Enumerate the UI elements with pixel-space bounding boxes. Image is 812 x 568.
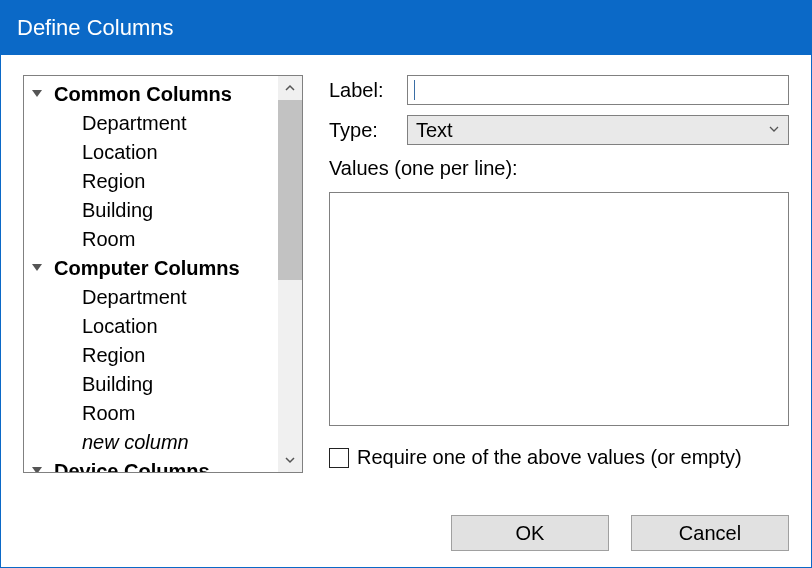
tree-item[interactable]: Room xyxy=(24,225,278,254)
scrollbar-track[interactable] xyxy=(278,76,302,472)
disclosure-triangle-icon[interactable] xyxy=(30,260,48,278)
require-row[interactable]: Require one of the above values (or empt… xyxy=(329,446,789,469)
main-row: Common ColumnsDepartmentLocationRegionBu… xyxy=(23,75,789,497)
tree-group-label: Device Columns xyxy=(54,458,210,473)
require-label: Require one of the above values (or empt… xyxy=(357,446,742,469)
dialog-body: Common ColumnsDepartmentLocationRegionBu… xyxy=(1,55,811,567)
scroll-up-icon[interactable] xyxy=(278,76,302,100)
tree-item[interactable]: Building xyxy=(24,196,278,225)
form-column: Label: Type: Text Values (one xyxy=(329,75,789,497)
disclosure-triangle-icon[interactable] xyxy=(30,463,48,474)
tree-group-label: Computer Columns xyxy=(54,255,240,282)
define-columns-dialog: Define Columns Common ColumnsDepartmentL… xyxy=(0,0,812,568)
titlebar: Define Columns xyxy=(1,1,811,55)
label-row: Label: xyxy=(329,75,789,105)
tree-item[interactable]: Room xyxy=(24,399,278,428)
tree-item[interactable]: new column xyxy=(24,428,278,457)
label-input[interactable] xyxy=(407,75,789,105)
disclosure-triangle-icon[interactable] xyxy=(30,86,48,104)
columns-tree[interactable]: Common ColumnsDepartmentLocationRegionBu… xyxy=(23,75,303,473)
tree-item[interactable]: Region xyxy=(24,341,278,370)
values-textarea[interactable] xyxy=(329,192,789,426)
chevron-down-icon xyxy=(768,123,780,138)
tree-item[interactable]: Region xyxy=(24,167,278,196)
type-field-label: Type: xyxy=(329,119,399,142)
scrollbar-thumb[interactable] xyxy=(278,100,302,280)
require-checkbox[interactable] xyxy=(329,448,349,468)
ok-button[interactable]: OK xyxy=(451,515,609,551)
values-label: Values (one per line): xyxy=(329,157,789,180)
tree-group-label: Common Columns xyxy=(54,81,232,108)
button-row: OK Cancel xyxy=(23,515,789,551)
type-row: Type: Text xyxy=(329,115,789,145)
tree-item[interactable]: Location xyxy=(24,138,278,167)
label-field-label: Label: xyxy=(329,79,399,102)
title-text: Define Columns xyxy=(17,15,174,41)
scroll-down-icon[interactable] xyxy=(278,448,302,472)
tree-item[interactable]: Location xyxy=(24,312,278,341)
ok-button-label: OK xyxy=(516,522,545,545)
tree-group-header[interactable]: Computer Columns xyxy=(24,254,278,283)
caret-icon xyxy=(414,80,415,100)
tree-group-header[interactable]: Common Columns xyxy=(24,80,278,109)
type-combo-value: Text xyxy=(416,119,453,142)
cancel-button[interactable]: Cancel xyxy=(631,515,789,551)
tree-group-header[interactable]: Device Columns xyxy=(24,457,278,473)
cancel-button-label: Cancel xyxy=(679,522,741,545)
tree-item[interactable]: Department xyxy=(24,283,278,312)
tree-item[interactable]: Department xyxy=(24,109,278,138)
type-combo[interactable]: Text xyxy=(407,115,789,145)
tree-item[interactable]: Building xyxy=(24,370,278,399)
